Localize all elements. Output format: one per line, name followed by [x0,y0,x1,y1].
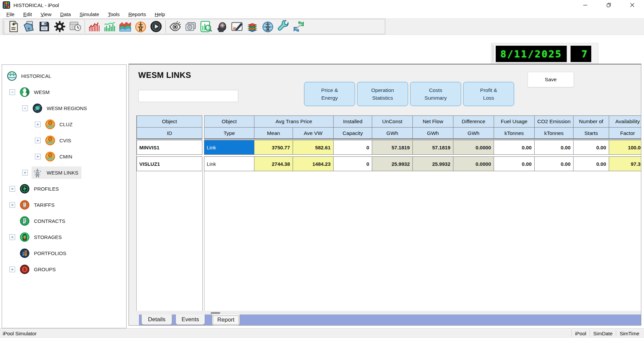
table-header-cell[interactable]: Object [137,115,202,128]
tree-item-wesm[interactable]: −WESM [2,84,126,100]
expand-toggle-icon[interactable]: + [9,234,15,240]
tab-report[interactable]: Report [212,315,240,326]
table-header-cell[interactable]: kTonnes [534,127,574,139]
new-document-icon[interactable] [6,19,21,34]
tree-item-wesm-links[interactable]: +WESM LINKS [2,164,126,181]
open-project-icon[interactable] [21,19,37,34]
tree-item-cmin[interactable]: +CMIN [2,148,126,164]
table-cell[interactable]: 0 [333,156,372,171]
table-header-cell[interactable]: Capacity [333,127,372,139]
tree-item-profiles[interactable]: +PROFILES [2,181,126,197]
tree-item-historical[interactable]: HISTORICAL [2,68,126,84]
table-cell[interactable]: 3750.77 [254,140,293,155]
minimize-button[interactable] [574,0,597,10]
tree-node-body[interactable]: CMIN [44,150,76,163]
table-cell[interactable]: Link [204,156,254,171]
energy-bar-chart-icon[interactable] [102,19,117,34]
table-cell[interactable]: 25.9932 [372,156,413,171]
table-cell[interactable]: 25.9932 [412,156,453,171]
analyze-chart-magnifier-icon[interactable] [198,19,214,34]
tree-node-body[interactable]: WESM [19,86,53,98]
tools-wrench-icon[interactable] [276,19,291,34]
tree-item-cvis[interactable]: +CVIS [2,132,126,148]
tree-node-body[interactable]: TARIFFS [19,199,58,211]
table-header-cell[interactable]: GWh [372,127,413,139]
tree-item-storages[interactable]: +STORAGES [2,229,126,245]
table-cell[interactable]: 57.1819 [372,140,413,155]
stacked-area-chart-icon[interactable] [117,19,133,34]
name-filter-input[interactable] [138,90,238,102]
table-header-cell[interactable]: Avg Trans Price [254,115,334,128]
scrollbar-thumb[interactable] [211,312,220,314]
table-header-cell[interactable]: Availability [609,115,641,128]
table-cell[interactable]: 0.00 [573,140,609,155]
transmission-tower-icon[interactable] [133,19,148,34]
tree-item-portfolios[interactable]: PORTFOLIOS [2,245,126,261]
table-cell[interactable]: 0.00 [494,156,535,171]
edit-annotate-icon[interactable] [229,19,245,34]
tree-node-body[interactable]: PORTFOLIOS [19,247,69,259]
table-header-cell[interactable]: Mean [254,127,293,139]
expand-toggle-icon[interactable]: + [35,154,41,159]
table-header-cell[interactable]: ID [137,127,202,139]
menu-item-data[interactable]: Data [56,11,75,18]
profit-loss-report-button[interactable]: Profit & Loss [463,82,514,106]
expand-toggle-icon[interactable]: + [9,202,15,208]
table-cell[interactable]: 0.00 [494,140,535,155]
price-trend-chart-icon[interactable] [87,19,102,34]
tree-node-body[interactable]: WESM REGIONS [32,102,90,114]
table-header-cell[interactable]: kTonnes [494,127,535,139]
toolbar-gripper[interactable] [4,21,5,33]
tree-node-body[interactable]: HISTORICAL [6,70,55,82]
tab-events[interactable]: Events [176,315,205,325]
data-library-books-icon[interactable] [245,19,260,34]
settings-gear-icon[interactable] [52,19,67,34]
ai-brain-icon[interactable] [214,19,229,34]
table-cell[interactable]: 97.33 [609,156,641,171]
view-eye-icon[interactable] [167,19,183,34]
tree-node-body[interactable]: STORAGES [19,231,65,243]
save-file-icon[interactable] [37,19,52,34]
tree-node-body[interactable]: CONTRACTS [19,215,68,227]
save-button[interactable]: Save [528,72,574,87]
table-header-cell[interactable]: Object [204,115,254,128]
table-cell[interactable]: 0.00 [573,156,609,171]
price-energy-report-button[interactable]: Price & Energy [304,82,355,106]
expand-toggle-icon[interactable]: + [35,122,41,127]
table-header-cell[interactable]: Number of [573,115,609,128]
table-header-cell[interactable]: CO2 Emission [534,115,574,128]
calendar-clock-icon[interactable] [67,19,83,34]
expand-toggle-icon[interactable]: + [35,138,41,143]
tree-node-body[interactable]: PROFILES [19,183,62,195]
tree-item-contracts[interactable]: CONTRACTS [2,213,126,229]
table-header-cell[interactable]: Fuel Usage [494,115,535,128]
table-cell[interactable]: Link [204,140,254,155]
tree-node-body[interactable]: GROUPS [19,263,59,276]
table-header-cell[interactable]: Starts [573,127,609,139]
menu-item-file[interactable]: File [2,11,19,18]
table-cell[interactable]: 1484.23 [293,156,334,171]
table-header-cell[interactable]: UnConst [372,115,413,128]
table-header-cell[interactable]: Type [204,127,254,139]
collapse-toggle-icon[interactable]: − [22,105,28,111]
expand-toggle-icon[interactable]: + [9,267,15,272]
operation-statistics-report-button[interactable]: Operation Statistics [357,82,408,106]
tree-node-body[interactable]: CVIS [44,134,75,147]
table-cell[interactable]: 2744.38 [254,156,293,171]
tree-item-groups[interactable]: +GROUPS [2,261,126,277]
table-header-cell[interactable]: Factor [609,127,641,139]
table-cell[interactable]: 0.0000 [453,140,494,155]
tree-node-body[interactable]: WESM LINKS [32,166,82,179]
network-globe-tower-icon[interactable] [260,19,276,34]
expand-toggle-icon[interactable]: + [9,186,15,192]
menu-item-help[interactable]: Help [150,11,169,18]
tree-item-tariffs[interactable]: +TARIFFS [2,197,126,213]
table-header-cell[interactable]: Installed [333,115,372,128]
snapshot-camera-icon[interactable] [183,19,198,34]
costs-summary-report-button[interactable]: Costs Summary [410,82,461,106]
table-cell[interactable]: 0.00 [534,156,574,171]
tree-node-body[interactable]: CLUZ [44,118,76,131]
menu-item-simulate[interactable]: Simulate [75,11,103,18]
tab-details[interactable]: Details [141,315,172,325]
expand-toggle-icon[interactable]: + [22,170,28,176]
